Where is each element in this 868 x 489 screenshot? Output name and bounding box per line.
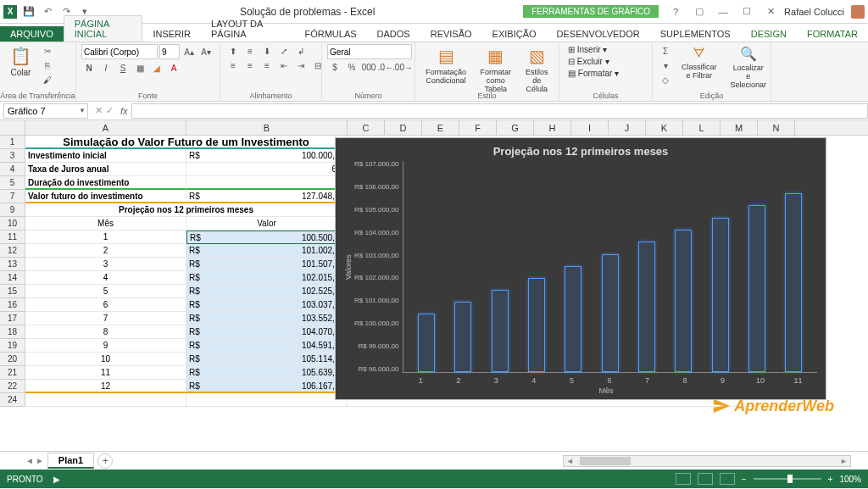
- align-bottom-icon[interactable]: ⬇: [259, 44, 275, 58]
- cell[interactable]: Valor: [186, 217, 348, 231]
- font-size-select[interactable]: [159, 44, 180, 59]
- align-left-icon[interactable]: ≡: [225, 58, 241, 72]
- col-header-H[interactable]: H: [534, 120, 571, 135]
- cell[interactable]: Valor futuro do investimento: [25, 190, 186, 203]
- col-header-J[interactable]: J: [609, 120, 646, 135]
- cell[interactable]: Taxa de Juros anual: [25, 163, 186, 176]
- chart-bar[interactable]: [638, 242, 655, 372]
- tab-home[interactable]: PÁGINA INICIAL: [64, 15, 143, 42]
- scroll-left-icon[interactable]: ◄: [564, 457, 576, 465]
- row-header-22[interactable]: 22: [0, 380, 25, 393]
- zoom-thumb[interactable]: [787, 475, 793, 483]
- cell[interactable]: 7: [25, 312, 186, 325]
- cell[interactable]: Projeção nos 12 primeiros meses: [25, 203, 348, 217]
- maximize-icon[interactable]: ☐: [737, 4, 757, 19]
- delete-cells-button[interactable]: ⊟ Excluir ▾: [565, 56, 613, 67]
- cell[interactable]: R$101.002,50: [186, 244, 348, 258]
- chart-bar[interactable]: [454, 302, 471, 372]
- cancel-formula-icon[interactable]: ✕: [95, 105, 103, 116]
- cell[interactable]: 6: [25, 298, 186, 312]
- number-format-select[interactable]: [327, 44, 412, 59]
- namebox-dropdown-icon[interactable]: ▼: [79, 107, 86, 114]
- ribbon-display-icon[interactable]: ▢: [689, 4, 709, 19]
- cell[interactable]: R$106.167,78: [186, 380, 348, 393]
- select-all-corner[interactable]: [0, 120, 25, 135]
- comma-icon[interactable]: 000: [361, 60, 376, 74]
- row-header-9[interactable]: 9: [0, 203, 25, 217]
- col-header-L[interactable]: L: [683, 120, 721, 135]
- format-as-table-button[interactable]: ▦Formatar como Tabela: [475, 44, 517, 95]
- decrease-decimal-icon[interactable]: .00→: [395, 60, 410, 74]
- cell[interactable]: R$105.114,01: [186, 353, 348, 366]
- increase-font-icon[interactable]: A▴: [181, 45, 197, 58]
- scrollbar-thumb[interactable]: [580, 457, 631, 465]
- col-header-B[interactable]: B: [186, 120, 348, 135]
- tab-review[interactable]: REVISÃO: [420, 26, 482, 42]
- chart-plot-area[interactable]: [403, 161, 818, 373]
- format-cells-button[interactable]: ▤ Formatar ▾: [565, 68, 622, 79]
- chart-bar[interactable]: [748, 205, 765, 372]
- row-header-11[interactable]: 11: [0, 231, 25, 244]
- cell[interactable]: Duração do investimento: [25, 176, 186, 190]
- zoom-slider[interactable]: [754, 478, 821, 480]
- font-color-icon[interactable]: A: [166, 61, 181, 75]
- tab-design[interactable]: DESIGN: [741, 26, 797, 42]
- avatar[interactable]: [851, 5, 865, 19]
- excel-icon[interactable]: X: [3, 5, 17, 19]
- row-header-19[interactable]: 19: [0, 339, 25, 353]
- col-header-C[interactable]: C: [348, 120, 385, 135]
- chart-bar[interactable]: [712, 218, 729, 372]
- normal-view-icon[interactable]: [676, 473, 691, 485]
- chart-bar[interactable]: [565, 266, 581, 372]
- fill-color-icon[interactable]: ◢: [149, 61, 164, 75]
- col-header-E[interactable]: E: [422, 120, 459, 135]
- cell-styles-button[interactable]: ▧Estilos de Célula: [520, 44, 554, 95]
- chart-object[interactable]: Projeção nos 12 primeiros meses Valores …: [335, 137, 826, 400]
- bold-icon[interactable]: N: [81, 61, 97, 75]
- cell[interactable]: [186, 393, 348, 407]
- cell[interactable]: R$101.507,51: [186, 258, 348, 271]
- scroll-right-icon[interactable]: ►: [837, 457, 850, 465]
- row-header-3[interactable]: 3: [0, 149, 25, 163]
- find-select-button[interactable]: 🔍Localizar e Selecionar: [726, 44, 772, 91]
- cell[interactable]: 8: [25, 325, 186, 339]
- tab-addins[interactable]: SUPLEMENTOS: [650, 26, 741, 42]
- enter-formula-icon[interactable]: ✓: [106, 105, 114, 116]
- underline-icon[interactable]: S: [115, 61, 131, 75]
- paste-button[interactable]: 📋 Colar: [5, 44, 36, 79]
- row-header-17[interactable]: 17: [0, 312, 25, 325]
- tab-data[interactable]: DADOS: [367, 26, 420, 42]
- row-header-13[interactable]: 13: [0, 258, 25, 271]
- cell[interactable]: R$105.639,58: [186, 366, 348, 380]
- chart-bar[interactable]: [785, 193, 802, 372]
- row-header-7[interactable]: 7: [0, 190, 25, 203]
- cell[interactable]: 12: [25, 380, 186, 393]
- cell[interactable]: R$100.500,00: [186, 231, 348, 244]
- cell[interactable]: 5: [25, 285, 186, 298]
- chart-bar[interactable]: [418, 314, 435, 372]
- clear-icon[interactable]: ◇: [658, 73, 673, 86]
- accounting-icon[interactable]: $: [327, 60, 342, 74]
- row-header-4[interactable]: 4: [0, 163, 25, 176]
- cell[interactable]: R$127.048,92: [186, 190, 348, 203]
- page-break-view-icon[interactable]: [720, 473, 735, 485]
- cell[interactable]: 1: [25, 231, 186, 244]
- cell[interactable]: R$100.000,00: [186, 149, 348, 163]
- row-header-16[interactable]: 16: [0, 298, 25, 312]
- row-header-12[interactable]: 12: [0, 244, 25, 258]
- cell[interactable]: R$104.591,06: [186, 339, 348, 353]
- row-header-15[interactable]: 15: [0, 285, 25, 298]
- row-header-5[interactable]: 5: [0, 176, 25, 190]
- decrease-indent-icon[interactable]: ⇤: [276, 58, 292, 72]
- autosum-icon[interactable]: Σ: [658, 44, 673, 58]
- chart-bar[interactable]: [675, 230, 692, 372]
- horizontal-scrollbar[interactable]: ◄ ►: [563, 455, 851, 467]
- cell[interactable]: 2: [25, 244, 186, 258]
- cell[interactable]: 6%: [186, 163, 348, 176]
- formula-bar[interactable]: [131, 103, 868, 119]
- tab-file[interactable]: ARQUIVO: [0, 26, 64, 42]
- username[interactable]: Rafael Colucci: [784, 7, 844, 17]
- border-icon[interactable]: ▦: [132, 61, 147, 75]
- tab-format[interactable]: FORMATAR: [797, 26, 868, 42]
- help-icon[interactable]: ?: [665, 4, 686, 19]
